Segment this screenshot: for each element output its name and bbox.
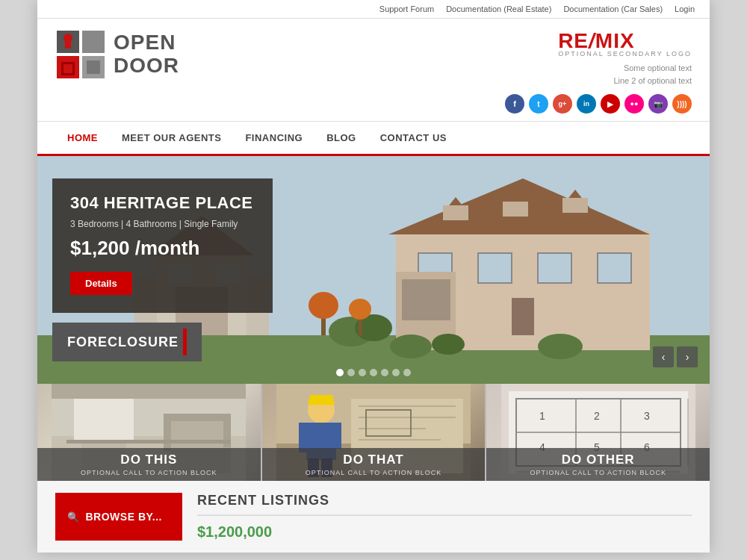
svg-rect-23 [538, 253, 571, 283]
hero-property-price: $1,200 /month [70, 237, 255, 260]
cta-subtitle-3: OPTIONAL CALL TO ACTION BLOCK [494, 469, 702, 476]
cta-title-1: DO THIS [45, 452, 253, 467]
rss-icon[interactable]: )))) [672, 94, 692, 113]
cta-subtitle-2: OPTIONAL CALL TO ACTION BLOCK [270, 469, 478, 476]
slider-prev-button[interactable]: ‹ [653, 346, 674, 367]
cta-title-2: DO THAT [270, 452, 478, 467]
svg-point-37 [349, 299, 371, 320]
browse-by-label: BROWSE BY... [86, 511, 162, 523]
search-icon: 🔍 [67, 511, 80, 523]
logo-door: DOOR [114, 55, 179, 78]
logo-area[interactable]: OPEN DOOR [55, 29, 179, 80]
svg-rect-46 [171, 421, 223, 451]
hero-property-title: 304 HERITAGE PLACE [70, 193, 255, 213]
slider-dots [336, 369, 411, 376]
slider-dot-6[interactable] [392, 369, 400, 376]
twitter-icon[interactable]: t [529, 94, 548, 113]
nav-financing[interactable]: FINANCING [233, 122, 314, 156]
slider-dot-4[interactable] [370, 369, 377, 376]
instagram-icon[interactable]: 📷 [648, 94, 668, 113]
remix-logo-area: RE/MIX OPTIONAL SECONDARY LOGO [558, 29, 692, 57]
svg-rect-25 [512, 298, 534, 335]
doc-realestate-link[interactable]: Documentation (Real Estate) [446, 4, 551, 13]
top-utility-bar: Support Forum Documentation (Real Estate… [37, 0, 710, 19]
svg-text:2: 2 [594, 410, 600, 422]
svg-rect-8 [87, 60, 100, 74]
optional-text-line2: Line 2 of optional text [613, 75, 692, 87]
foreclosure-label: FORECLOSURE [67, 335, 179, 350]
slider-dot-3[interactable] [359, 369, 366, 376]
svg-rect-2 [65, 41, 71, 49]
svg-rect-43 [74, 399, 134, 444]
nav-blog[interactable]: BLOG [314, 122, 368, 156]
doc-carsales-link[interactable]: Documentation (Car Sales) [563, 4, 663, 13]
optional-text: Some optional text Line 2 of optional te… [613, 62, 692, 87]
svg-rect-47 [66, 440, 231, 444]
svg-text:3: 3 [644, 410, 650, 422]
cta-block-3[interactable]: 1 2 3 4 5 6 DO OTHER OPTIONAL CALL TO AC… [486, 384, 710, 481]
slider-next-button[interactable]: › [677, 346, 698, 367]
svg-text:1: 1 [539, 410, 545, 422]
facebook-icon[interactable]: f [505, 94, 524, 113]
recent-listing-price: $1,200,000 [197, 523, 692, 541]
support-forum-link[interactable]: Support Forum [379, 4, 434, 13]
linkedin-icon[interactable]: in [577, 94, 596, 113]
cta-overlay-1: DO THIS OPTIONAL CALL TO ACTION BLOCK [37, 448, 261, 481]
svg-rect-24 [598, 253, 631, 283]
header-right: RE/MIX OPTIONAL SECONDARY LOGO Some opti… [505, 29, 692, 113]
slider-dot-1[interactable] [336, 369, 344, 376]
foreclosure-bar [183, 329, 187, 355]
flickr-icon[interactable]: ●● [624, 94, 644, 113]
svg-point-35 [309, 292, 338, 319]
hero-property-details: 3 Bedrooms | 4 Bathrooms | Single Family [70, 219, 255, 229]
cta-block-2[interactable]: DO THAT OPTIONAL CALL TO ACTION BLOCK [262, 384, 486, 481]
svg-point-39 [432, 334, 465, 355]
nav-contact[interactable]: CONTACT US [368, 122, 459, 156]
svg-rect-22 [478, 253, 512, 283]
slider-dot-5[interactable] [381, 369, 388, 376]
main-header: OPEN DOOR RE/MIX OPTIONAL SECONDARY LOGO… [37, 19, 710, 122]
logo-open: OPEN [114, 31, 179, 55]
logo-icon [55, 29, 106, 80]
cta-block-1[interactable]: DO THIS OPTIONAL CALL TO ACTION BLOCK [37, 384, 261, 481]
cta-overlay-3: DO OTHER OPTIONAL CALL TO ACTION BLOCK [486, 448, 710, 481]
svg-rect-16 [443, 205, 468, 220]
svg-rect-5 [63, 64, 72, 73]
svg-point-40 [538, 334, 583, 359]
foreclosure-tag: FORECLOSURE [52, 323, 202, 361]
social-icons-row: f t g+ in ▶ ●● 📷 )))) [505, 94, 692, 113]
youtube-icon[interactable]: ▶ [601, 94, 620, 113]
hero-details-button[interactable]: Details [70, 272, 132, 295]
remix-subtitle: OPTIONAL SECONDARY LOGO [558, 50, 692, 57]
svg-rect-18 [503, 202, 528, 217]
svg-rect-62 [332, 423, 341, 449]
hero-overlay: 304 HERITAGE PLACE 3 Bedrooms | 4 Bathro… [52, 178, 273, 313]
cta-overlay-2: DO THAT OPTIONAL CALL TO ACTION BLOCK [262, 448, 486, 481]
browse-by-button[interactable]: 🔍 BROWSE BY... [55, 493, 182, 541]
logo-text: OPEN DOOR [114, 31, 179, 78]
svg-point-38 [390, 335, 432, 358]
svg-rect-27 [402, 279, 450, 320]
svg-rect-6 [82, 31, 105, 53]
svg-marker-59 [308, 395, 335, 405]
googleplus-icon[interactable]: g+ [553, 94, 572, 113]
slider-dot-2[interactable] [347, 369, 355, 376]
hero-slider: 304 HERITAGE PLACE 3 Bedrooms | 4 Bathro… [37, 156, 710, 384]
bottom-section: 🔍 BROWSE BY... RECENT LISTINGS $1,200,00… [37, 481, 710, 553]
svg-rect-20 [562, 198, 588, 213]
slider-dot-7[interactable] [403, 369, 411, 376]
recent-listings-area: RECENT LISTINGS $1,200,000 [197, 493, 692, 541]
recent-listings-title: RECENT LISTINGS [197, 493, 692, 516]
nav-agents[interactable]: MEET OUR AGENTS [110, 122, 233, 156]
nav-home[interactable]: HOME [55, 122, 110, 156]
slider-arrows: ‹ › [653, 346, 698, 367]
optional-text-line1: Some optional text [613, 62, 692, 75]
main-nav: HOME MEET OUR AGENTS FINANCING BLOG CONT… [37, 122, 710, 156]
svg-rect-44 [52, 384, 246, 399]
cta-row: DO THIS OPTIONAL CALL TO ACTION BLOCK [37, 384, 710, 481]
cta-title-3: DO OTHER [494, 452, 702, 467]
cta-subtitle-1: OPTIONAL CALL TO ACTION BLOCK [45, 469, 253, 476]
login-link[interactable]: Login [675, 4, 695, 13]
remix-logo-text: RE/MIX [558, 29, 634, 52]
